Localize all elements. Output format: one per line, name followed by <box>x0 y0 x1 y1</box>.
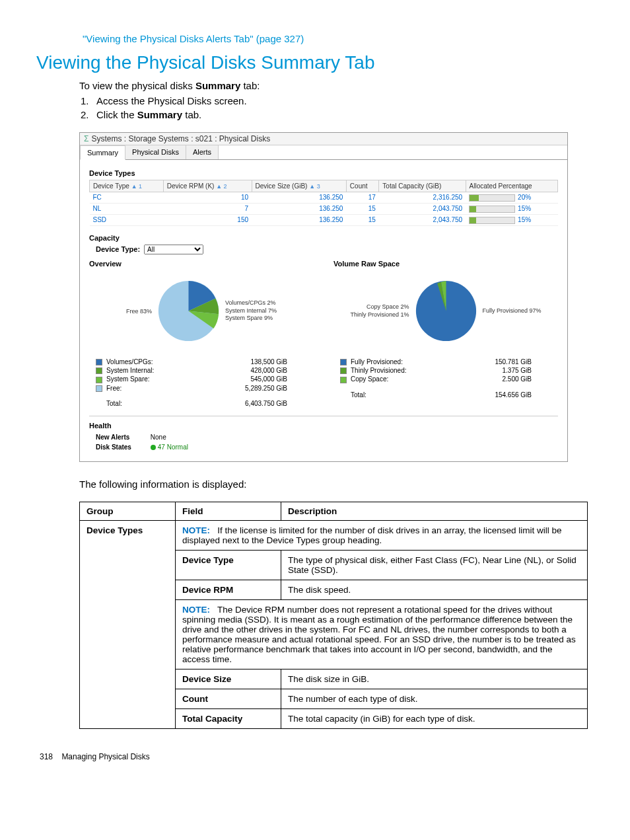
intro-post: tab: <box>240 80 260 91</box>
note-text: If the license is limited for the number… <box>182 525 562 545</box>
page-number: 318 <box>40 752 53 761</box>
col-device-type[interactable]: Device Type ▲ 1 <box>90 180 164 192</box>
screenshot-panel: Σ Systems : Storage Systems : s021 : Phy… <box>79 132 568 462</box>
step-text-bold: Summary <box>137 109 182 120</box>
col-allocated[interactable]: Allocated Percentage <box>466 180 557 192</box>
overview-total-row: Total: 6,403.750 GiB <box>89 399 314 408</box>
cell-total: 2,043.750 <box>379 203 466 214</box>
side-volumes: Volumes/CPGs 2% <box>225 299 277 307</box>
legend-value: 2.500 GiB <box>503 375 532 383</box>
desc-cell: The total capacity (in GiB) for each typ… <box>281 709 588 729</box>
cell-allocated: 20% <box>466 192 557 204</box>
col-count[interactable]: Count <box>346 180 379 192</box>
step-1: 1.Access the Physical Disks screen. <box>81 95 590 106</box>
following-text: The following information is displayed: <box>79 478 590 490</box>
page-footer: 318 Managing Physical Disks <box>40 752 590 761</box>
desc-cell: The number of each type of disk. <box>281 689 588 709</box>
col-total[interactable]: Total Capacity (GiB) <box>379 180 466 192</box>
info-table: Group Field Description Device Types NOT… <box>79 502 588 729</box>
health-new-alerts: New Alerts None <box>89 432 558 442</box>
swatch-icon <box>96 385 102 392</box>
table-row: SSD150136.250152,043.75015% <box>90 214 558 225</box>
legend-label: Thinly Provisioned: <box>351 367 406 374</box>
total-value: 6,403.750 GiB <box>245 400 287 407</box>
cell-count: 15 <box>346 203 379 214</box>
overview-heading: Overview <box>89 260 314 268</box>
legend-value: 5,289.250 GiB <box>245 385 287 392</box>
tab-physical-disks[interactable]: Physical Disks <box>125 145 186 159</box>
side-thin: Thinly Provisioned 1% <box>350 311 409 319</box>
swatch-icon <box>340 377 347 383</box>
legend-label: Fully Provisioned: <box>351 358 403 365</box>
cell-rpm: 150 <box>163 214 252 225</box>
legend-row: Copy Space:2.500 GiB <box>333 375 558 383</box>
tab-alerts[interactable]: Alerts <box>186 145 219 159</box>
legend-value: 1.375 GiB <box>503 367 532 374</box>
total-label: Total: <box>351 391 367 399</box>
group-device-types: Device Types <box>89 169 558 177</box>
legend-label: System Spare: <box>106 375 150 383</box>
volume-raw-pie: Copy Space 2% Thinly Provisioned 1% Full… <box>333 272 558 351</box>
swatch-icon <box>96 359 102 365</box>
th-group: Group <box>80 502 176 521</box>
legend-label: System Internal: <box>106 367 154 374</box>
legend-value: 545,000 GiB <box>250 375 287 383</box>
overview-pie: Free 83% Volumes/CPGs 2% System Internal… <box>89 272 314 351</box>
field-cell: Count <box>176 689 281 709</box>
total-label: Total: <box>106 400 122 407</box>
cross-ref-link[interactable]: "Viewing the Physical Disks Alerts Tab" … <box>83 33 590 44</box>
vr-left-labels: Copy Space 2% Thinly Provisioned 1% <box>350 303 409 319</box>
vr-right-label: Fully Provisioned 97% <box>483 307 542 315</box>
cell-type: NL <box>90 203 164 214</box>
field-label: Device Type <box>182 555 234 565</box>
cell-count: 15 <box>346 214 379 225</box>
tab-strip: Summary Physical Disks Alerts <box>80 145 567 160</box>
bar-icon <box>469 194 515 202</box>
health-value: None <box>151 434 166 441</box>
field-label: Count <box>182 694 208 704</box>
pie-chart-icon <box>415 280 477 342</box>
th-label: Device Size (GiB) <box>256 182 308 190</box>
vr-total-row: Total: 154.656 GiB <box>333 391 558 399</box>
sort-icon: ▲ 2 <box>216 183 227 190</box>
cell-total: 2,043.750 <box>379 214 466 225</box>
th-label: Device Type <box>93 182 129 190</box>
step-text-post: tab. <box>182 109 201 120</box>
volume-raw-heading: Volume Raw Space <box>333 260 558 268</box>
pie-chart-icon <box>157 280 220 342</box>
legend-value: 428,000 GiB <box>250 367 287 374</box>
health-label: New Alerts <box>96 434 149 441</box>
field-label: Total Capacity <box>182 714 242 724</box>
legend-label: Copy Space: <box>351 375 388 383</box>
cell-count: 17 <box>346 192 379 204</box>
legend-row: Free:5,289.250 GiB <box>89 384 314 393</box>
footer-title: Managing Physical Disks <box>61 752 149 761</box>
legend-value: 150.781 GiB <box>495 358 532 365</box>
note-label: NOTE: <box>182 605 210 615</box>
tab-summary[interactable]: Summary <box>80 145 125 160</box>
intro-bold: Summary <box>195 80 240 91</box>
cell-total: 2,316.250 <box>379 192 466 204</box>
cell-rpm: 7 <box>163 203 252 214</box>
cell-type: SSD <box>90 214 164 225</box>
cell-size: 136.250 <box>252 214 346 225</box>
side-internal: System Internal 7% <box>225 307 277 315</box>
step-2: 2.Click the Summary tab. <box>81 109 590 120</box>
window-title-bar: Σ Systems : Storage Systems : s021 : Phy… <box>80 133 567 145</box>
pie-side-labels: Volumes/CPGs 2% System Internal 7% Syste… <box>225 299 277 323</box>
legend-value: 138,500 GiB <box>250 358 287 365</box>
volume-raw-legend: Fully Provisioned:150.781 GiBThinly Prov… <box>333 358 558 384</box>
col-device-rpm[interactable]: Device RPM (K) ▲ 2 <box>163 180 252 192</box>
note-cell: NOTE: The Device RPM number does not rep… <box>176 600 588 669</box>
col-device-size[interactable]: Device Size (GiB) ▲ 3 <box>252 180 346 192</box>
legend-label: Volumes/CPGs: <box>106 358 153 365</box>
health-value: 47 Normal <box>158 443 188 451</box>
table-row: NL7136.250152,043.75015% <box>90 203 558 214</box>
device-type-select[interactable]: All <box>144 245 203 254</box>
field-cell: Device Type <box>176 551 281 580</box>
group-cell: Device Types <box>80 521 176 729</box>
legend-row: System Spare:545,000 GiB <box>89 375 314 383</box>
bar-icon <box>469 206 515 213</box>
sort-icon: ▲ 3 <box>309 183 320 190</box>
legend-row: Volumes/CPGs:138,500 GiB <box>89 358 314 366</box>
